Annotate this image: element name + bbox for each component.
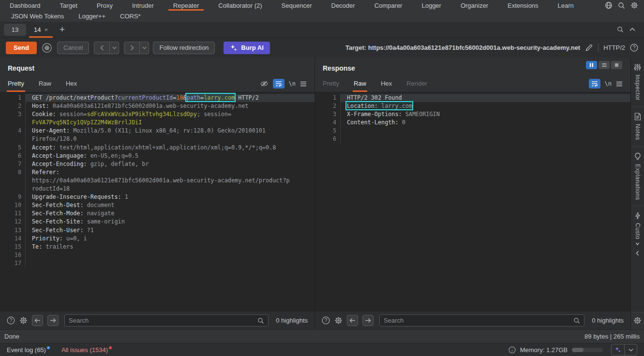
sidebar-settings [631,312,644,329]
back-button[interactable] [94,42,110,54]
search-settings-gear-icon[interactable] [19,316,28,325]
search-prev-button[interactable] [347,315,358,326]
menu-item-collaborator-2-[interactable]: Collaborator (2) [209,0,271,11]
search-next-button[interactable] [47,315,59,326]
follow-redirection-button[interactable]: Follow redirection [153,42,215,54]
burp-ai-button[interactable]: Burp AI [224,42,270,54]
request-line-12: 12Sec-Fetch-Site: same-origin [0,218,315,226]
expand-sidebar-chevron-icon[interactable] [636,251,639,256]
menu-item-decoder[interactable]: Decoder [322,0,365,11]
menu-item-extensions[interactable]: Extensions [498,0,548,11]
show-newlines-toggle[interactable]: \n [605,80,612,87]
editor-menu-icon[interactable] [300,81,307,87]
request-search-bar: ? 0 highlights [0,311,315,329]
repeater-toolbar: Send Cancel Follow redirection Burp AI T… [0,38,644,58]
memory-label: Memory: 1.27GB [520,346,568,354]
settings-gear-icon[interactable] [630,1,638,9]
line-number [0,119,26,127]
response-tab-raw[interactable]: Raw [354,80,366,92]
response-tab-hex[interactable]: Hex [381,80,392,92]
request-search-input[interactable] [69,317,257,324]
layout-rows-button[interactable] [599,61,610,69]
search-settings-gear-icon[interactable] [334,316,343,325]
request-tab-raw[interactable]: Raw [39,80,51,92]
menu-row-primary: DashboardTargetProxyIntruderRepeaterColl… [0,0,644,11]
menu-item-logger-[interactable]: Logger++ [71,11,113,21]
globe-icon[interactable] [605,1,613,9]
layout-columns-button[interactable] [586,61,597,69]
repeater-tab-14[interactable]: 14× [29,24,53,36]
menu-item-target[interactable]: Target [50,0,87,11]
request-line-6: 6Accept-Language: en-US,en;q=0.5 [0,152,315,160]
close-tab-icon[interactable]: × [44,26,48,33]
memory-progress-bar [572,348,603,352]
response-tab-render[interactable]: Render [406,80,427,92]
sidebar-item-custo[interactable]: Custo [634,206,641,246]
response-line-3: 3X-Frame-Options: SAMEORIGIN [315,110,630,119]
menu-item-cors-[interactable]: CORS* [113,11,148,21]
hide-nonprintable-icon[interactable] [260,80,269,88]
send-button[interactable]: Send [6,42,37,54]
back-dropdown-button[interactable] [110,42,119,54]
repeater-tab-13[interactable]: 13 [4,24,26,36]
search-help-icon[interactable]: ? [7,316,15,325]
editor-menu-icon[interactable] [616,81,623,87]
word-wrap-toggle[interactable] [273,79,285,89]
protocol-label[interactable]: HTTP/2 [603,44,625,51]
layout-single-button[interactable] [611,61,622,69]
menu-item-learn[interactable]: Learn [548,0,584,11]
show-newlines-toggle[interactable]: \n [289,80,296,87]
menu-item-intruder[interactable]: Intruder [122,0,164,11]
search-prev-button[interactable] [32,315,43,326]
search-icon[interactable] [618,2,625,9]
request-line-2: 2Host: 0a4a00a603a6121e871bfc56002d001a.… [0,102,315,110]
layout-buttons [586,61,622,69]
request-line-wrap5: Firefox/128.0 [0,135,315,143]
event-log-link[interactable]: Event log (65) [7,346,49,354]
chevron-down-icon[interactable] [624,344,637,355]
menu-item-proxy[interactable]: Proxy [87,0,122,11]
response-tab-pretty[interactable]: Pretty [323,80,339,92]
request-highlight-count: 0 highlights [276,317,308,324]
forward-dropdown-button[interactable] [140,42,149,54]
search-next-button[interactable] [362,315,374,326]
request-tab-pretty[interactable]: Pretty [8,80,24,92]
search-magnifier-icon [257,317,264,324]
help-icon[interactable]: ? [630,44,638,52]
menu-item-dashboard[interactable]: Dashboard [0,0,50,11]
line-number: 10 [0,201,26,209]
forward-button[interactable] [124,42,140,54]
response-editor[interactable]: 1HTTP/2 302 Found2Location: larry.com3X-… [315,92,630,311]
response-search-input[interactable] [384,317,573,324]
request-tab-hex[interactable]: Hex [66,80,77,92]
collapse-tabs-icon[interactable] [629,28,635,31]
menu-item-json-web-tokens[interactable]: JSON Web Tokens [4,11,71,21]
edit-target-pencil-icon[interactable] [585,44,593,52]
search-help-icon[interactable]: ? [322,316,330,325]
cancel-button[interactable]: Cancel [57,42,89,54]
request-line-7: 7Accept-Encoding: gzip, deflate, br [0,160,315,168]
sidebar-item-notes[interactable]: Notes [634,107,641,140]
request-line-10: 10Sec-Fetch-Dest: document [0,201,315,209]
request-line-wrap11: roductId=18 [0,185,315,193]
send-settings-gear-icon[interactable] [42,43,52,53]
line-number: 16 [0,251,26,259]
sidebar-item-explanations[interactable]: Explanations [634,147,641,200]
tab-search-icon[interactable] [617,26,624,33]
word-wrap-toggle[interactable] [589,79,600,89]
new-tab-button[interactable]: + [56,24,69,35]
sidebar-item-inspector[interactable]: Inspector [634,58,641,101]
request-line-15: 15Te: trailers [0,243,315,251]
request-line-4: 4User-Agent: Mozilla/5.0 (X11; Linux x86… [0,127,315,135]
menu-item-comparer[interactable]: Comparer [365,0,412,11]
menu-item-repeater[interactable]: Repeater [164,0,209,11]
sparkles-icon[interactable] [612,344,624,355]
all-issues-link[interactable]: All issues (1534) [61,346,111,354]
request-editor[interactable]: 1GET /product/nextProduct?currentProduct… [0,92,315,311]
request-search-input-wrap [64,314,269,326]
menu-item-sequencer[interactable]: Sequencer [272,0,322,11]
menu-item-logger[interactable]: Logger [412,0,450,11]
sidebar-gear-icon[interactable] [633,316,642,325]
menu-item-organizer[interactable]: Organizer [451,0,498,11]
line-number: 3 [0,110,26,119]
